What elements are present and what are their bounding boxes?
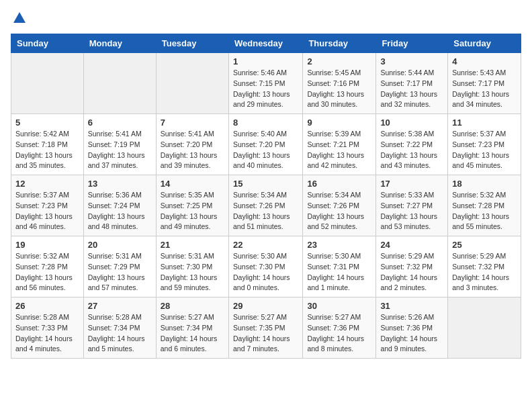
day-info: Sunrise: 5:26 AM Sunset: 7:36 PM Dayligh… <box>380 312 443 355</box>
logo-icon <box>12 11 27 26</box>
day-number: 15 <box>233 179 298 189</box>
calendar-week-row: 12Sunrise: 5:37 AM Sunset: 7:23 PM Dayli… <box>11 175 521 236</box>
day-number: 4 <box>452 56 517 66</box>
day-info: Sunrise: 5:35 AM Sunset: 7:25 PM Dayligh… <box>161 190 224 232</box>
day-info: Sunrise: 5:32 AM Sunset: 7:28 PM Dayligh… <box>15 251 79 293</box>
day-info: Sunrise: 5:37 AM Sunset: 7:23 PM Dayligh… <box>15 190 79 232</box>
day-number: 24 <box>380 240 443 250</box>
day-number: 30 <box>307 301 371 311</box>
calendar-cell: 25Sunrise: 5:29 AM Sunset: 7:32 PM Dayli… <box>448 236 521 298</box>
day-number: 20 <box>88 240 152 250</box>
day-info: Sunrise: 5:40 AM Sunset: 7:20 PM Dayligh… <box>233 129 298 171</box>
calendar-cell: 21Sunrise: 5:31 AM Sunset: 7:30 PM Dayli… <box>156 236 228 298</box>
calendar-header-row: SundayMondayTuesdayWednesdayThursdayFrid… <box>11 34 521 53</box>
header-wednesday: Wednesday <box>228 34 302 53</box>
day-info: Sunrise: 5:45 AM Sunset: 7:16 PM Dayligh… <box>307 68 371 110</box>
day-number: 19 <box>15 240 79 250</box>
day-number: 26 <box>15 301 79 311</box>
calendar-cell: 5Sunrise: 5:42 AM Sunset: 7:18 PM Daylig… <box>11 114 84 175</box>
calendar-week-row: 19Sunrise: 5:32 AM Sunset: 7:28 PM Dayli… <box>11 236 521 298</box>
calendar-cell: 24Sunrise: 5:29 AM Sunset: 7:32 PM Dayli… <box>376 236 448 298</box>
day-info: Sunrise: 5:30 AM Sunset: 7:30 PM Dayligh… <box>233 251 298 293</box>
day-number: 13 <box>88 179 152 189</box>
day-number: 11 <box>452 118 517 128</box>
day-info: Sunrise: 5:28 AM Sunset: 7:33 PM Dayligh… <box>15 312 79 355</box>
day-number: 14 <box>161 179 224 189</box>
day-info: Sunrise: 5:29 AM Sunset: 7:32 PM Dayligh… <box>380 251 443 293</box>
day-number: 6 <box>88 118 152 128</box>
day-info: Sunrise: 5:29 AM Sunset: 7:32 PM Dayligh… <box>452 251 517 293</box>
day-number: 2 <box>307 56 371 66</box>
day-number: 18 <box>452 179 517 189</box>
day-info: Sunrise: 5:30 AM Sunset: 7:31 PM Dayligh… <box>307 251 371 293</box>
day-number: 3 <box>380 56 443 66</box>
day-number: 28 <box>161 301 224 311</box>
day-info: Sunrise: 5:27 AM Sunset: 7:36 PM Dayligh… <box>307 312 371 355</box>
calendar-cell: 23Sunrise: 5:30 AM Sunset: 7:31 PM Dayli… <box>303 236 376 298</box>
calendar-week-row: 26Sunrise: 5:28 AM Sunset: 7:33 PM Dayli… <box>11 298 521 359</box>
day-info: Sunrise: 5:44 AM Sunset: 7:17 PM Dayligh… <box>380 68 443 110</box>
calendar-week-row: 5Sunrise: 5:42 AM Sunset: 7:18 PM Daylig… <box>11 114 521 175</box>
calendar-cell: 16Sunrise: 5:34 AM Sunset: 7:26 PM Dayli… <box>303 175 376 236</box>
day-info: Sunrise: 5:38 AM Sunset: 7:22 PM Dayligh… <box>380 129 443 171</box>
calendar-cell: 26Sunrise: 5:28 AM Sunset: 7:33 PM Dayli… <box>11 298 84 359</box>
calendar-cell: 4Sunrise: 5:43 AM Sunset: 7:17 PM Daylig… <box>448 53 521 114</box>
day-number: 10 <box>380 118 443 128</box>
calendar-cell: 7Sunrise: 5:41 AM Sunset: 7:20 PM Daylig… <box>156 114 228 175</box>
calendar-cell: 22Sunrise: 5:30 AM Sunset: 7:30 PM Dayli… <box>228 236 302 298</box>
calendar-cell: 29Sunrise: 5:27 AM Sunset: 7:35 PM Dayli… <box>228 298 302 359</box>
day-number: 16 <box>307 179 371 189</box>
calendar-cell: 17Sunrise: 5:33 AM Sunset: 7:27 PM Dayli… <box>376 175 448 236</box>
day-info: Sunrise: 5:27 AM Sunset: 7:35 PM Dayligh… <box>233 312 298 355</box>
calendar-cell: 19Sunrise: 5:32 AM Sunset: 7:28 PM Dayli… <box>11 236 84 298</box>
day-number: 27 <box>88 301 152 311</box>
day-number: 5 <box>15 118 79 128</box>
day-number: 7 <box>161 118 224 128</box>
calendar-cell <box>83 53 156 114</box>
calendar-cell: 30Sunrise: 5:27 AM Sunset: 7:36 PM Dayli… <box>303 298 376 359</box>
calendar-cell: 10Sunrise: 5:38 AM Sunset: 7:22 PM Dayli… <box>376 114 448 175</box>
day-info: Sunrise: 5:28 AM Sunset: 7:34 PM Dayligh… <box>88 312 152 355</box>
day-number: 17 <box>380 179 443 189</box>
calendar-cell: 12Sunrise: 5:37 AM Sunset: 7:23 PM Dayli… <box>11 175 84 236</box>
day-info: Sunrise: 5:32 AM Sunset: 7:28 PM Dayligh… <box>452 190 517 232</box>
day-info: Sunrise: 5:34 AM Sunset: 7:26 PM Dayligh… <box>307 190 371 232</box>
day-info: Sunrise: 5:34 AM Sunset: 7:26 PM Dayligh… <box>233 190 298 232</box>
calendar-cell: 3Sunrise: 5:44 AM Sunset: 7:17 PM Daylig… <box>376 53 448 114</box>
calendar-cell: 2Sunrise: 5:45 AM Sunset: 7:16 PM Daylig… <box>303 53 376 114</box>
day-info: Sunrise: 5:27 AM Sunset: 7:34 PM Dayligh… <box>161 312 224 355</box>
day-number: 29 <box>233 301 298 311</box>
calendar-cell: 1Sunrise: 5:46 AM Sunset: 7:15 PM Daylig… <box>228 53 302 114</box>
calendar-cell: 11Sunrise: 5:37 AM Sunset: 7:23 PM Dayli… <box>448 114 521 175</box>
day-info: Sunrise: 5:36 AM Sunset: 7:24 PM Dayligh… <box>88 190 152 232</box>
header-friday: Friday <box>376 34 448 53</box>
logo <box>11 11 27 26</box>
day-info: Sunrise: 5:42 AM Sunset: 7:18 PM Dayligh… <box>15 129 79 171</box>
calendar-cell: 20Sunrise: 5:31 AM Sunset: 7:29 PM Dayli… <box>83 236 156 298</box>
day-info: Sunrise: 5:46 AM Sunset: 7:15 PM Dayligh… <box>233 68 298 110</box>
day-info: Sunrise: 5:37 AM Sunset: 7:23 PM Dayligh… <box>452 129 517 171</box>
day-number: 8 <box>233 118 298 128</box>
calendar-week-row: 1Sunrise: 5:46 AM Sunset: 7:15 PM Daylig… <box>11 53 521 114</box>
day-info: Sunrise: 5:31 AM Sunset: 7:29 PM Dayligh… <box>88 251 152 293</box>
calendar-cell: 31Sunrise: 5:26 AM Sunset: 7:36 PM Dayli… <box>376 298 448 359</box>
day-number: 21 <box>161 240 224 250</box>
calendar-cell: 6Sunrise: 5:41 AM Sunset: 7:19 PM Daylig… <box>83 114 156 175</box>
day-number: 12 <box>15 179 79 189</box>
day-info: Sunrise: 5:33 AM Sunset: 7:27 PM Dayligh… <box>380 190 443 232</box>
header-sunday: Sunday <box>11 34 84 53</box>
day-number: 23 <box>307 240 371 250</box>
calendar-cell: 15Sunrise: 5:34 AM Sunset: 7:26 PM Dayli… <box>228 175 302 236</box>
header-tuesday: Tuesday <box>156 34 228 53</box>
calendar-cell: 9Sunrise: 5:39 AM Sunset: 7:21 PM Daylig… <box>303 114 376 175</box>
day-info: Sunrise: 5:31 AM Sunset: 7:30 PM Dayligh… <box>161 251 224 293</box>
day-number: 9 <box>307 118 371 128</box>
calendar-table: SundayMondayTuesdayWednesdayThursdayFrid… <box>11 34 521 359</box>
calendar-cell <box>11 53 84 114</box>
day-number: 31 <box>380 301 443 311</box>
header-thursday: Thursday <box>303 34 376 53</box>
calendar-cell <box>156 53 228 114</box>
page-header <box>11 11 521 26</box>
header-monday: Monday <box>83 34 156 53</box>
day-number: 25 <box>452 240 517 250</box>
